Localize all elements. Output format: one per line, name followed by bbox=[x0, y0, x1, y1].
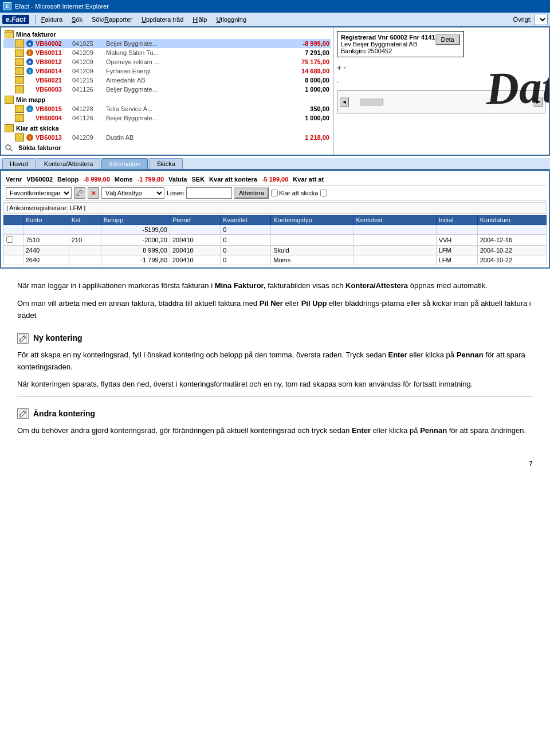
valuta-value: SEK bbox=[191, 176, 205, 183]
tab-skicka[interactable]: Skicka bbox=[149, 158, 182, 169]
tab-information[interactable]: Information bbox=[101, 158, 148, 170]
main-container: Mina fakturor ● VB60002 041025 Beijer By… bbox=[0, 26, 550, 156]
inv-date-6: 041126 bbox=[72, 86, 104, 93]
inv-number-2: VB60011 bbox=[36, 49, 70, 56]
content-para2: Om man vill arbeta med en annan faktura,… bbox=[17, 298, 533, 322]
edit-icon-btn[interactable] bbox=[74, 187, 85, 199]
attestera-button[interactable]: Attestera bbox=[234, 187, 269, 199]
sokta-header[interactable]: Sökta fakturor bbox=[3, 143, 331, 152]
sum-belopp: -5199,00 bbox=[101, 225, 170, 235]
ankomst-text: Ankomstregistrerare: LFM bbox=[9, 204, 82, 211]
attesttyp-select[interactable]: Välj Attesttyp bbox=[101, 187, 164, 199]
mina-fakturor-label: Mina fakturor bbox=[16, 31, 56, 38]
belopp-label: Belopp bbox=[57, 176, 78, 183]
min-mapp-header[interactable]: Min mapp bbox=[3, 95, 331, 104]
menu-sok[interactable]: Sök bbox=[67, 15, 87, 24]
andra-kontering-label: Ändra kontering bbox=[33, 407, 95, 420]
invoice-row[interactable]: VB60004 041126 Beijer Byggmate... 1 000,… bbox=[3, 113, 331, 123]
losen-label: Lösen bbox=[167, 190, 184, 196]
klaratt-label: Klar att skicka bbox=[16, 125, 59, 132]
favoritkonteringar-select[interactable]: Favoritkonteringar bbox=[6, 187, 72, 199]
bold-pilup: Pil Upp bbox=[301, 299, 327, 308]
row2-ktyp: Skuld bbox=[271, 246, 353, 255]
menu-ovrigt: Övrigt: bbox=[513, 14, 548, 25]
vernr-value: VB60002 bbox=[26, 176, 53, 183]
row1-kst: 210 bbox=[69, 235, 101, 246]
sum-konto bbox=[23, 225, 69, 235]
invoice-row[interactable]: i VB60014 041209 Fyrfasen Energi 14 689,… bbox=[3, 66, 331, 76]
sum-ktyp bbox=[271, 225, 353, 235]
scroll-left-btn[interactable]: ◄ bbox=[340, 97, 349, 107]
inv-folder-icon-3 bbox=[15, 58, 24, 66]
menu-faktura[interactable]: Faktura bbox=[37, 15, 67, 24]
bottom-area: Vernr VB60002 Belopp -8 999,00 Moms -1 7… bbox=[0, 170, 550, 269]
klaratt-checkbox2[interactable] bbox=[320, 190, 327, 196]
losen-input[interactable] bbox=[186, 187, 232, 199]
right-panel: Deta Registrerad Vnr 60002 Fnr 4141 Lev … bbox=[333, 27, 549, 155]
row3-period: 200410 bbox=[170, 255, 221, 265]
kvar-at-label: Kvar att at bbox=[293, 176, 324, 183]
edit-pencil-icon-2 bbox=[17, 408, 29, 419]
invoice-row[interactable]: i VB60015 041228 Telia Service A... 350,… bbox=[3, 104, 331, 113]
inv-amount-k1: 1 218,00 bbox=[286, 134, 329, 141]
ovrigt-select[interactable] bbox=[534, 14, 548, 25]
sum-period bbox=[170, 225, 221, 235]
th-kontdatum: Kontdatum bbox=[477, 215, 546, 225]
klaratt-header[interactable]: Klar att skicka bbox=[3, 124, 331, 133]
scrollbar-h[interactable] bbox=[360, 99, 383, 105]
section-divider bbox=[17, 396, 533, 397]
menu-uppdatera[interactable]: Uppdatera träd bbox=[137, 15, 188, 24]
klaratt-cb-label: Klar att skicka bbox=[279, 190, 318, 196]
inv-amount-2: 7 291,00 bbox=[286, 49, 329, 56]
inv-amount-5: 8 000,00 bbox=[286, 77, 329, 84]
row1-konto: 7510 bbox=[23, 235, 69, 246]
klaratt-icon bbox=[5, 124, 14, 132]
invoice-row[interactable]: ● VB60002 041025 Beijer Byggmate... -8 9… bbox=[3, 39, 331, 48]
info-row: Vernr VB60002 Belopp -8 999,00 Moms -1 7… bbox=[3, 174, 547, 186]
row1-belopp: -2000,20 bbox=[101, 235, 170, 246]
content-area: När man loggar in i applikationen marker… bbox=[0, 269, 550, 454]
klaratt-checkbox[interactable] bbox=[271, 190, 278, 196]
row3-kvantitet: 0 bbox=[221, 255, 271, 265]
menu-utloggning[interactable]: Utloggning bbox=[211, 15, 251, 24]
row3-ktyp: Moms bbox=[271, 255, 353, 265]
row1-ktext bbox=[353, 235, 436, 246]
invoice-row[interactable]: VB60021 041215 Almedahls AB 8 000,00 bbox=[3, 76, 331, 85]
app-logo[interactable]: e.Fact bbox=[2, 15, 29, 24]
invoice-row[interactable]: i VB60013 041209 Dustin AB 1 218,00 bbox=[3, 133, 331, 142]
min-mapp-section: Min mapp i VB60015 041228 Telia Service … bbox=[3, 95, 331, 123]
row2-ktext bbox=[353, 246, 436, 255]
bold-enter-2: Enter bbox=[352, 426, 371, 435]
sum-initial bbox=[436, 225, 477, 235]
content-para1: När man loggar in i applikationen marker… bbox=[17, 280, 533, 292]
tab-kontera[interactable]: Kontera/Attestera bbox=[37, 158, 101, 169]
inv-badge-2: i bbox=[26, 49, 33, 56]
inv-desc-m2: Beijer Byggmate... bbox=[106, 115, 284, 121]
inv-date-2: 041209 bbox=[72, 49, 104, 56]
th-kvantitet: Kvantitet bbox=[221, 215, 271, 225]
mina-fakturor-header[interactable]: Mina fakturor bbox=[3, 30, 331, 39]
sum-checkbox bbox=[4, 225, 23, 235]
vnr-value: Vnr 60002 bbox=[378, 34, 407, 41]
min-mapp-icon bbox=[5, 96, 14, 104]
inv-number-m1: VB60015 bbox=[36, 105, 70, 112]
cancel-icon-btn[interactable]: ✕ bbox=[88, 187, 99, 199]
detail-button[interactable]: Deta bbox=[435, 34, 460, 45]
invoice-row[interactable]: i VB60011 041209 Malung Sälen Tu... 7 29… bbox=[3, 48, 331, 57]
inv-folder-icon-k1 bbox=[15, 133, 24, 141]
invoice-row[interactable]: VB60003 041126 Beijer Byggmate... 1 000,… bbox=[3, 85, 331, 94]
tab-huvud[interactable]: Huvud bbox=[2, 158, 36, 169]
row1-period: 200410 bbox=[170, 235, 221, 246]
menu-hjalp[interactable]: Hjälp bbox=[188, 15, 211, 24]
table-row[interactable]: 7510 210 -2000,20 200410 0 VVH 2004-12-1… bbox=[4, 235, 547, 246]
row2-initial: LFM bbox=[436, 246, 477, 255]
th-kst: Kst bbox=[69, 215, 101, 225]
row1-kdatum: 2004-12-16 bbox=[477, 235, 546, 246]
inv-folder-icon-m2 bbox=[15, 114, 24, 122]
table-row[interactable]: 2440 8 999,00 200410 0 Skuld LFM 2004-10… bbox=[4, 246, 547, 255]
kvarkontera-label: Kvar att kontera bbox=[209, 176, 257, 183]
table-row[interactable]: 2640 -1 799,80 200410 0 Moms LFM 2004-10… bbox=[4, 255, 547, 265]
invoice-row[interactable]: ● VB60012 041209 Openeye reklam ... 75 1… bbox=[3, 57, 331, 66]
bold-pennan-1: Pennan bbox=[457, 351, 484, 359]
menu-sokrapporter[interactable]: Sök/Rapporter bbox=[87, 15, 137, 24]
